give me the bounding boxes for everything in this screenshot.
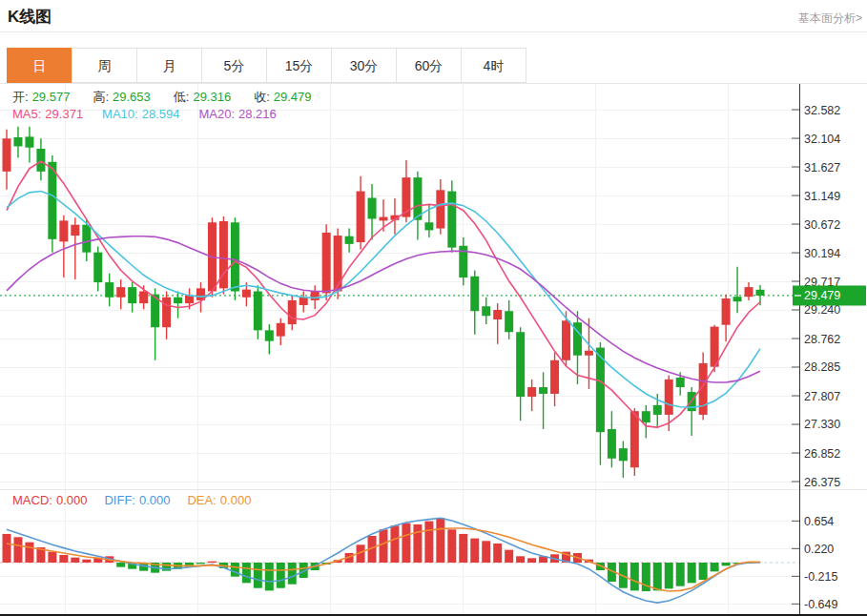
page-title: K线图 [8, 6, 52, 28]
ohlc-legend: 开:29.577高:29.653低:29.316收:29.479 [12, 89, 312, 106]
tab-4时[interactable]: 4时 [461, 48, 526, 83]
ma-legend: MA5:29.371MA10:28.594MA20:28.216 [12, 107, 277, 121]
svg-text:32.104: 32.104 [804, 133, 840, 146]
legend-item: 开:29.577 [12, 89, 70, 106]
svg-text:27.807: 27.807 [804, 390, 840, 403]
svg-text:29.240: 29.240 [804, 303, 840, 317]
fundamental-analysis-link[interactable]: 基本面分析> [798, 10, 862, 27]
legend-item: DEA:0.000 [187, 493, 251, 507]
current-price-tag: 29.479 [793, 285, 866, 305]
svg-text:32.582: 32.582 [804, 104, 840, 117]
interval-tabs: 日周月5分15分30分60分4时 [8, 48, 526, 83]
tab-60分[interactable]: 60分 [396, 48, 462, 83]
macd-chart[interactable]: 0.6540.220-0.215-0.649 [0, 489, 867, 616]
legend-item: MA20:28.216 [198, 107, 276, 121]
svg-text:-0.649: -0.649 [804, 598, 837, 611]
macd-y-axis: 0.6540.220-0.215-0.649 [792, 489, 837, 616]
tab-30分[interactable]: 30分 [331, 48, 397, 83]
svg-text:28.762: 28.762 [804, 333, 840, 346]
svg-text:-0.215: -0.215 [804, 570, 837, 584]
macd-grid [0, 490, 867, 615]
tab-日[interactable]: 日 [7, 48, 72, 83]
svg-text:0.220: 0.220 [804, 543, 834, 556]
macd-legend: MACD:0.000DIFF:0.000DEA:0.000 [12, 493, 251, 507]
ma20-line [7, 236, 760, 382]
tab-15分[interactable]: 15分 [266, 48, 332, 83]
svg-text:30.672: 30.672 [804, 218, 840, 232]
tab-周[interactable]: 周 [72, 48, 137, 83]
svg-text:31.627: 31.627 [804, 161, 840, 175]
tab-月[interactable]: 月 [136, 48, 202, 83]
legend-item: MA10:28.594 [102, 107, 179, 121]
legend-item: 低:29.316 [174, 89, 231, 106]
legend-item: DIFF:0.000 [104, 493, 170, 507]
legend-item: MACD:0.000 [12, 493, 87, 507]
svg-text:26.375: 26.375 [804, 476, 840, 489]
legend-item: MA5:29.371 [12, 107, 83, 121]
svg-text:0.654: 0.654 [804, 515, 834, 528]
macd-histogram [3, 518, 753, 591]
main-candlestick-chart[interactable]: 32.58232.10431.62731.14930.67230.19429.7… [0, 84, 867, 489]
legend-item: 高:29.653 [93, 89, 150, 106]
top-header: K线图 基本面分析> [0, 0, 867, 32]
legend-item: 收:29.479 [254, 89, 311, 106]
svg-text:27.330: 27.330 [804, 418, 840, 431]
svg-text:28.285: 28.285 [804, 360, 840, 374]
svg-text:29.479: 29.479 [804, 289, 840, 302]
svg-text:26.852: 26.852 [804, 447, 840, 461]
tab-5分[interactable]: 5分 [201, 48, 267, 83]
svg-text:31.149: 31.149 [804, 190, 840, 203]
svg-text:30.194: 30.194 [804, 247, 840, 260]
main-grid [0, 84, 799, 489]
